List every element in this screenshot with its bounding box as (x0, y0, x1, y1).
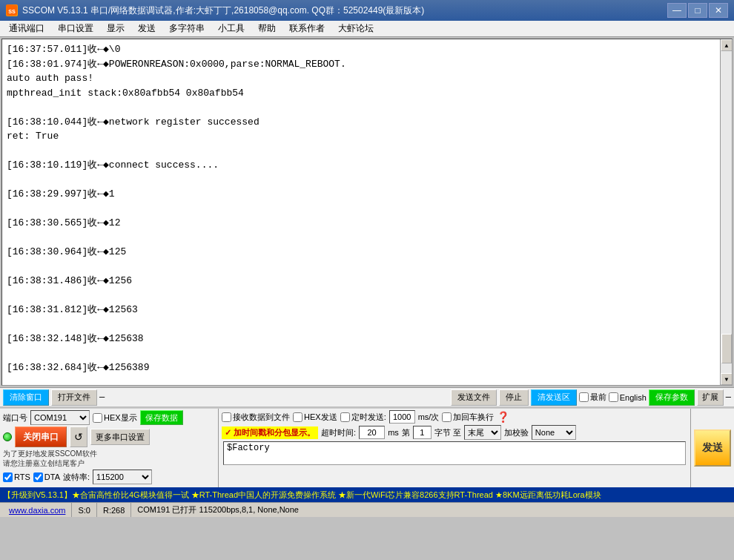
title-bar: SS SSCOM V5.13.1 串口/网络数据调试器,作者:大虾丁丁,2618… (0, 0, 734, 21)
menu-serial-settings[interactable]: 串口设置 (52, 21, 99, 36)
port-label: 端口号 (3, 412, 27, 424)
receive-file-checkbox[interactable] (222, 412, 231, 422)
save-data-button[interactable]: 保存数据 (140, 410, 183, 425)
rts-checkbox[interactable] (3, 472, 13, 482)
crlf-checkbox[interactable] (442, 412, 452, 422)
clear-window-button[interactable]: 清除窗口 (3, 389, 49, 406)
left-panel: 端口号 COM191 HEX显示 保存数据 关闭串口 ↺ 更多串口设置 为了更好… (0, 409, 219, 487)
maximize-button[interactable]: □ (688, 3, 707, 18)
port-select[interactable]: COM191 (30, 410, 90, 425)
send-button[interactable]: 发送 (694, 429, 731, 467)
connection-row: 关闭串口 ↺ 更多串口设置 (3, 426, 215, 447)
timed-send-label: 定时发送: (340, 412, 386, 423)
right-panel: 接收数据到文件 HEX发送 定时发送: ms/次 加回车换行 ❓ ✓ 加时间戳和… (219, 409, 690, 487)
send-file-button[interactable]: 发送文件 (451, 389, 497, 406)
scroll-thumb[interactable] (721, 334, 732, 363)
title-text: SSCOM V5.13.1 串口/网络数据调试器,作者:大虾丁丁,2618058… (22, 4, 424, 17)
separator1: — (99, 392, 105, 403)
rts-row: 为了更好地发展SSCOM软件请您注册嘉立创结尾客户 (3, 449, 215, 468)
last-checkbox[interactable] (579, 392, 589, 402)
rts-label: RTS (3, 472, 30, 482)
send-input[interactable]: $Factory (227, 443, 682, 464)
receive-file-label: 接收数据到文件 (222, 412, 290, 423)
scroll-track[interactable] (721, 51, 732, 373)
hex-display-checkbox[interactable] (93, 413, 102, 423)
crlf-label: 加回车换行 (442, 412, 494, 423)
save-param-button[interactable]: 保存参数 (649, 389, 695, 406)
menu-contact[interactable]: 联系作者 (283, 21, 331, 36)
hex-display-label: HEX显示 (93, 412, 137, 424)
title-bar-left: SS SSCOM V5.13.1 串口/网络数据调试器,作者:大虾丁丁,2618… (6, 4, 424, 17)
dta-checkbox[interactable] (33, 472, 43, 482)
timestamp-row: ✓ 加时间戳和分包显示。 超时时间: ms 第 字节 至 末尾 加校验 None (222, 425, 687, 440)
app-icon: SS (6, 4, 18, 16)
last-label: 最前 (590, 392, 606, 403)
menu-bar: 通讯端口 串口设置 显示 发送 多字符串 小工具 帮助 联系作者 大虾论坛 (0, 21, 734, 37)
more-settings-button[interactable]: 更多串口设置 (90, 429, 150, 445)
checksum-label: 加校验 (504, 427, 529, 438)
send-area: $Factory (223, 441, 686, 465)
timestamp-highlight: ✓ 加时间戳和分包显示。 (222, 426, 318, 439)
scroll-up-button[interactable]: ▲ (721, 39, 733, 51)
refresh-button[interactable]: ↺ (70, 426, 87, 447)
baud-label: 波特率: (63, 472, 90, 483)
timeout-label: 超时时间: (321, 427, 356, 438)
status-port-info: COM191 已打开 115200bps,8,1, None,None (131, 503, 305, 517)
timed-send-interval[interactable] (389, 410, 415, 424)
close-port-button[interactable]: 关闭串口 (15, 426, 67, 447)
timed-send-checkbox[interactable] (340, 412, 350, 422)
menu-comm-port[interactable]: 通讯端口 (3, 21, 50, 36)
ticker-text: 【升级到V5.13.1】★合宙高性价比4G模块值得一试 ★RT-Thread中国… (3, 490, 601, 501)
expand-button[interactable]: 扩展 (697, 389, 724, 406)
english-checkbox-label: English (609, 392, 647, 402)
minimize-button[interactable]: — (667, 3, 687, 18)
scroll-down-button[interactable]: ▼ (721, 373, 733, 385)
menu-send[interactable]: 发送 (132, 21, 162, 36)
byte-label: 第 (402, 427, 410, 438)
timeout-input[interactable] (359, 426, 385, 439)
controls-section: 端口号 COM191 HEX显示 保存数据 关闭串口 ↺ 更多串口设置 为了更好… (0, 408, 734, 487)
open-file-button[interactable]: 打开文件 (51, 389, 97, 406)
timestamp-label: ✓ 加时间戳和分包显示。 (222, 426, 318, 439)
website-link: www.daxia.com (9, 506, 65, 515)
menu-tools[interactable]: 小工具 (212, 21, 251, 36)
status-s: S:0 (72, 503, 97, 517)
hex-send-label: HEX发送 (293, 412, 337, 423)
menu-forum[interactable]: 大虾论坛 (332, 21, 380, 36)
expand-icon: ❓ (497, 411, 509, 424)
stop-button[interactable]: 停止 (499, 389, 529, 406)
svg-text:SS: SS (8, 8, 16, 15)
timeout-unit: ms (388, 428, 399, 437)
receive-row: 接收数据到文件 HEX发送 定时发送: ms/次 加回车换行 ❓ (222, 410, 687, 424)
title-controls: — □ ✕ (667, 3, 728, 18)
toolbar-row1: 清除窗口 打开文件 — 发送文件 停止 清发送区 最前 English 保存参数… (0, 387, 734, 406)
status-bar: www.daxia.com S:0 R:268 COM191 已打开 11520… (0, 502, 734, 517)
byte-input[interactable] (413, 426, 432, 439)
english-checkbox[interactable] (609, 392, 618, 402)
baud-row: RTS DTA 波特率: 115200 (3, 470, 215, 484)
byte-unit: 字节 至 (434, 427, 461, 438)
output-scrollbar[interactable]: ▲ ▼ (720, 39, 732, 385)
separator2: — (726, 392, 731, 403)
status-website: www.daxia.com (3, 503, 72, 517)
ticker: 【升级到V5.13.1】★合宙高性价比4G模块值得一试 ★RT-Thread中国… (0, 487, 734, 502)
menu-display[interactable]: 显示 (101, 21, 130, 36)
send-button-panel: 发送 (690, 409, 734, 487)
end-select[interactable]: 末尾 (464, 425, 501, 440)
hex-send-checkbox[interactable] (293, 412, 302, 422)
connection-led (3, 432, 12, 441)
output-text: [16:37:57.011]收←◆\0 [16:38:01.974]收←◆POW… (2, 39, 720, 385)
promo-text: 为了更好地发展SSCOM软件请您注册嘉立创结尾客户 (3, 449, 97, 468)
dta-label: DTA (33, 472, 60, 482)
port-row: 端口号 COM191 HEX显示 保存数据 (3, 410, 215, 425)
checksum-select[interactable]: None (532, 425, 576, 440)
last-checkbox-label: 最前 (579, 392, 606, 403)
english-label: English (620, 393, 647, 402)
menu-multi-string[interactable]: 多字符串 (163, 21, 211, 36)
baud-select[interactable]: 115200 (93, 470, 152, 484)
status-r: R:268 (97, 503, 131, 517)
close-button[interactable]: ✕ (709, 3, 728, 18)
clear-send-button[interactable]: 清发送区 (531, 389, 577, 406)
ms-per-label: ms/次 (418, 412, 440, 423)
menu-help[interactable]: 帮助 (252, 21, 282, 36)
